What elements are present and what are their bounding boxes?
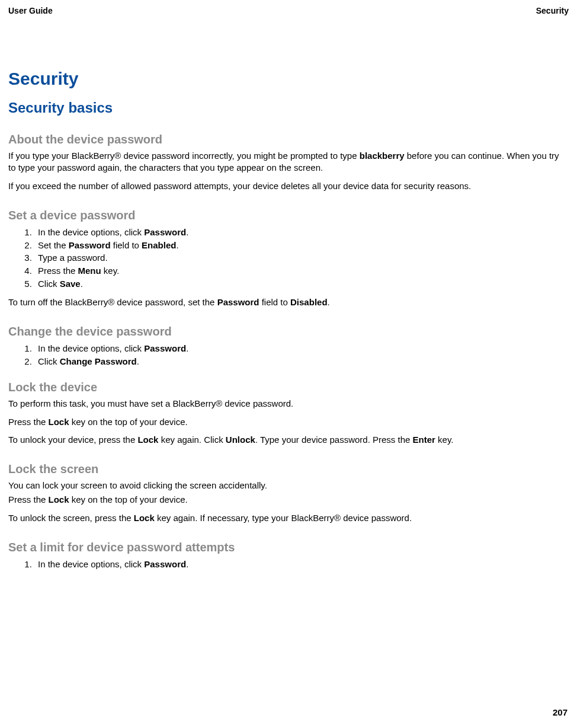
text: To turn off the BlackBerry® device passw… [8, 297, 217, 307]
page-content: Security Security basics About the devic… [0, 69, 577, 571]
text: Click [38, 279, 60, 289]
text: . [186, 227, 188, 237]
paragraph: Press the Lock key on the top of your de… [8, 416, 569, 428]
bold-text: Disabled [290, 297, 328, 307]
bold-text: Unlock [226, 435, 255, 445]
list-item: Click Save. [34, 277, 569, 290]
section-heading-security-basics: Security basics [8, 100, 569, 116]
bold-text: blackberry [360, 151, 405, 161]
paragraph: To unlock the screen, press the Lock key… [8, 512, 569, 524]
list-item: Click Change Password. [34, 355, 569, 368]
text: . Type your device password. Press the [255, 435, 413, 445]
text: key. [435, 435, 454, 445]
paragraph: To unlock your device, press the Lock ke… [8, 434, 569, 446]
text: . [176, 240, 178, 250]
text: . [81, 279, 83, 289]
text: In the device options, click [38, 343, 144, 353]
bold-text: Enabled [142, 240, 176, 250]
list-item: In the device options, click Password. [34, 226, 569, 239]
text: Press the [38, 266, 78, 276]
text: . [186, 559, 188, 569]
bold-text: Password [69, 240, 111, 250]
bold-text: Lock [137, 435, 158, 445]
bold-text: Lock [49, 494, 69, 505]
paragraph: Press the Lock key on the top of your de… [8, 494, 569, 506]
text: key on the top of your device. [69, 417, 188, 427]
heading-lock-screen: Lock the screen [8, 462, 569, 476]
text: . [328, 297, 330, 307]
paragraph: To turn off the BlackBerry® device passw… [8, 296, 569, 308]
text: key again. If necessary, type your Black… [155, 513, 412, 523]
bold-text: Lock [49, 417, 69, 427]
text: . [137, 356, 139, 366]
text: In the device options, click [38, 559, 144, 569]
heading-about-device-password: About the device password [8, 133, 569, 146]
text: field to [259, 297, 291, 307]
text: Click [38, 356, 60, 366]
paragraph: To perform this task, you must have set … [8, 398, 569, 410]
text: In the device options, click [38, 227, 144, 237]
text: . [186, 343, 188, 353]
ordered-steps: In the device options, click Password. C… [8, 342, 569, 368]
bold-text: Enter [413, 435, 435, 445]
paragraph: If you exceed the number of allowed pass… [8, 180, 569, 192]
bold-text: Password [217, 297, 259, 307]
list-item: Set the Password field to Enabled. [34, 239, 569, 252]
ordered-steps: In the device options, click Password. S… [8, 226, 569, 290]
list-item: Press the Menu key. [34, 264, 569, 277]
list-item: Type a password. [34, 251, 569, 264]
list-item: In the device options, click Password. [34, 558, 569, 571]
text: To unlock your device, press the [8, 435, 137, 445]
bold-text: Lock [134, 513, 155, 523]
paragraph: If you type your BlackBerry® device pass… [8, 150, 569, 174]
heading-set-device-password: Set a device password [8, 209, 569, 222]
heading-change-device-password: Change the device password [8, 325, 569, 339]
text: To unlock the screen, press the [8, 513, 134, 523]
page-header: User Guide Security [0, 0, 577, 15]
bold-text: Change Password [60, 356, 137, 366]
text: key. [101, 266, 120, 276]
heading-set-limit-password-attempts: Set a limit for device password attempts [8, 541, 569, 554]
text: key on the top of your device. [69, 494, 188, 505]
header-left: User Guide [8, 6, 53, 15]
bold-text: Password [144, 559, 186, 569]
page-title: Security [8, 69, 569, 89]
bold-text: Password [144, 227, 186, 237]
ordered-steps: In the device options, click Password. [8, 558, 569, 571]
bold-text: Password [144, 343, 186, 353]
heading-lock-device: Lock the device [8, 381, 569, 394]
text: Press the [8, 417, 49, 427]
page-number: 207 [553, 707, 568, 717]
header-right: Security [536, 6, 569, 15]
paragraph: You can lock your screen to avoid clicki… [8, 480, 569, 491]
page: User Guide Security Security Security ba… [0, 0, 577, 728]
list-item: In the device options, click Password. [34, 342, 569, 355]
bold-text: Menu [78, 266, 101, 276]
text: If you type your BlackBerry® device pass… [8, 151, 360, 161]
text: field to [111, 240, 142, 250]
text: Set the [38, 240, 69, 250]
bold-text: Save [60, 279, 81, 289]
text: key again. Click [158, 435, 225, 445]
text: Press the [8, 494, 49, 505]
